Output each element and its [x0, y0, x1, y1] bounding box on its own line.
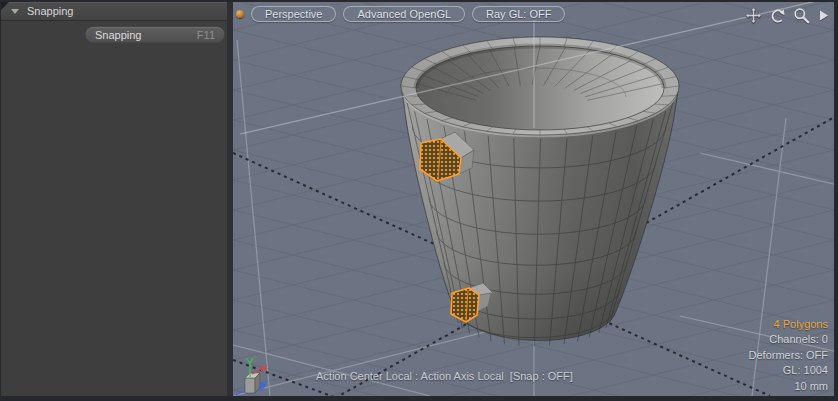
renderer-button[interactable]: Advanced OpenGL: [343, 6, 465, 22]
snapping-panel: Snapping Snapping F11: [1, 2, 227, 396]
application-window: Snapping Snapping F11: [0, 0, 838, 401]
action-center-label: Action Center Local : Action Axis Local …: [316, 370, 573, 382]
snapping-button-label: Snapping: [95, 29, 142, 41]
viewport-toolbar: Perspective Advanced OpenGL Ray GL: OFF: [236, 5, 565, 23]
snapping-button[interactable]: Snapping F11: [85, 26, 225, 43]
raygl-button[interactable]: Ray GL: OFF: [472, 6, 565, 22]
viewport-3d[interactable]: Perspective Advanced OpenGL Ray GL: OFF: [233, 2, 834, 396]
status-channels: Channels: 0: [749, 332, 828, 347]
viewport-handle-dot[interactable]: [236, 10, 244, 18]
panel-header[interactable]: Snapping: [1, 2, 227, 21]
viewport-canvas[interactable]: [233, 2, 834, 396]
zoom-icon[interactable]: [793, 7, 810, 24]
status-units: 10 mm: [749, 379, 828, 394]
selected-polygon-2[interactable]: [451, 288, 479, 322]
collapse-arrow-icon[interactable]: [11, 9, 19, 14]
status-gl: GL: 1004: [749, 363, 828, 378]
viewport-status: 4 Polygons Channels: 0 Deformers: OFF GL…: [749, 317, 828, 394]
pan-icon[interactable]: [745, 7, 762, 24]
status-polygons: 4 Polygons: [749, 317, 828, 332]
menu-arrow-icon[interactable]: [817, 7, 829, 24]
snapping-button-shortcut: F11: [197, 29, 215, 41]
panel-title: Snapping: [27, 5, 74, 17]
orbit-icon[interactable]: [769, 7, 786, 24]
gizmo-box-front: [245, 378, 255, 393]
viewport-nav-icons: [745, 7, 829, 24]
panel-corner-notch: [1, 2, 9, 10]
status-deformers: Deformers: OFF: [749, 348, 828, 363]
view-type-button[interactable]: Perspective: [251, 6, 336, 22]
